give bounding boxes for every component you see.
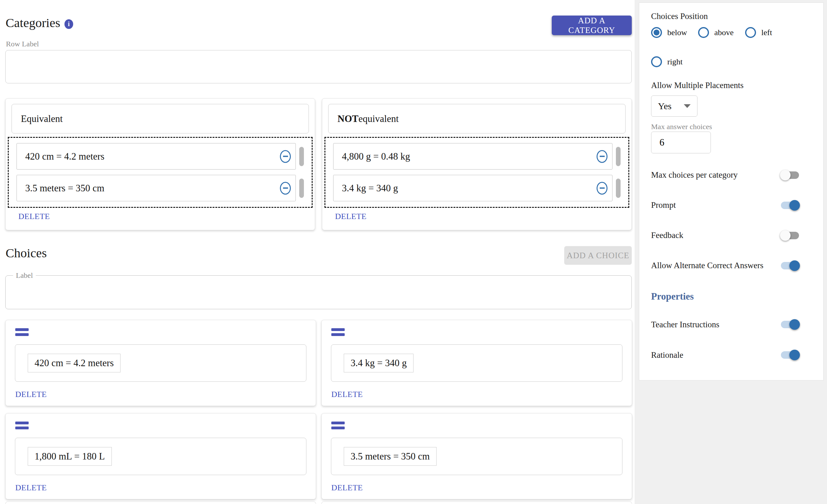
category-item-row: 420 cm = 4.2 meters xyxy=(16,143,304,170)
choice-delete-button[interactable]: DELETE xyxy=(331,483,363,493)
add-choice-button[interactable]: ADD A CHOICE xyxy=(564,246,632,265)
categories-heading: Categories xyxy=(6,16,60,30)
main-panel: Categories i ADD A CATEGORY Row Label Eq… xyxy=(0,0,635,504)
choice-input-area[interactable]: 3.4 kg = 340 g xyxy=(331,344,622,382)
toggle-row: Allow Alternate Correct Answers xyxy=(651,250,800,281)
choices-position-radio[interactable]: below xyxy=(651,27,698,38)
category-title-input[interactable]: Equivalent xyxy=(11,104,309,133)
toggle-thumb xyxy=(789,261,800,271)
choice-input-area[interactable]: 1,800 mL = 180 L xyxy=(15,438,306,475)
category-drop-area[interactable]: 420 cm = 4.2 meters 3.5 meters = 350 cm xyxy=(8,137,312,208)
choice-value[interactable]: 3.5 meters = 350 cm xyxy=(344,447,437,466)
radio-label: left xyxy=(761,28,772,37)
settings-sidebar: Choices Position below above left right … xyxy=(639,2,824,381)
choice-input-area[interactable]: 3.5 meters = 350 cm xyxy=(331,438,622,475)
toggle-switch[interactable] xyxy=(781,351,799,359)
radio-icon[interactable] xyxy=(745,27,756,38)
toggle-label: Prompt xyxy=(651,200,676,210)
toggle-label: Rationale xyxy=(651,350,683,360)
remove-item-icon[interactable] xyxy=(596,150,607,163)
info-icon[interactable]: i xyxy=(64,19,73,29)
choice-value[interactable]: 3.4 kg = 340 g xyxy=(344,354,414,373)
category-item[interactable]: 4,800 g = 0.48 kg xyxy=(333,143,613,170)
choice-card: 3.5 meters = 350 cm DELETE xyxy=(321,413,632,499)
toggle-row: Feedback xyxy=(651,220,800,250)
category-item[interactable]: 3.4 kg = 340 g xyxy=(333,175,613,201)
remove-item-icon[interactable] xyxy=(280,182,291,194)
item-scrollbar-thumb[interactable] xyxy=(616,147,621,166)
toggle-label: Max choices per category xyxy=(651,170,738,180)
allow-multiple-placements-value: Yes xyxy=(658,101,672,111)
chevron-down-icon xyxy=(684,104,691,108)
choice-cards: 420 cm = 4.2 meters DELETE 3.4 kg = 340 … xyxy=(5,320,632,499)
choice-delete-button[interactable]: DELETE xyxy=(15,390,47,399)
toggle-switch[interactable] xyxy=(781,321,799,328)
toggle-switch[interactable] xyxy=(781,202,799,209)
choice-label-input[interactable] xyxy=(6,280,613,301)
toggle-switch[interactable] xyxy=(781,171,799,179)
choice-label-field: Label xyxy=(5,271,632,309)
radio-label: right xyxy=(667,57,683,67)
item-scrollbar-thumb[interactable] xyxy=(299,147,304,166)
item-scrollbar-thumb[interactable] xyxy=(299,179,304,198)
choice-card: 1,800 mL = 180 L DELETE xyxy=(5,413,316,499)
choice-value[interactable]: 1,800 mL = 180 L xyxy=(28,447,112,466)
choices-position-radio-group: below above left xyxy=(651,27,772,38)
radio-label: below xyxy=(667,28,687,37)
category-title-bold: NOT xyxy=(338,113,358,124)
toggle-switch[interactable] xyxy=(781,232,799,239)
choice-delete-button[interactable]: DELETE xyxy=(331,390,363,399)
category-item-row: 3.4 kg = 340 g xyxy=(333,175,621,201)
category-item-text: 4,800 g = 0.48 kg xyxy=(342,151,410,162)
choices-position-radio[interactable]: right xyxy=(651,56,683,67)
remove-item-icon[interactable] xyxy=(596,182,607,194)
allow-multiple-placements-label: Allow Multiple Placements xyxy=(651,80,743,90)
choice-card: 420 cm = 4.2 meters DELETE xyxy=(5,320,316,406)
category-item-text: 3.4 kg = 340 g xyxy=(342,183,398,194)
radio-label: above xyxy=(714,28,734,37)
minus-bar xyxy=(600,156,605,157)
choice-card-partial xyxy=(321,502,632,504)
drag-handle-icon[interactable] xyxy=(331,328,345,336)
allow-multiple-placements-select[interactable]: Yes xyxy=(651,96,697,117)
drag-handle-icon[interactable] xyxy=(331,422,345,429)
category-item[interactable]: 3.5 meters = 350 cm xyxy=(16,175,296,201)
choices-position-label: Choices Position xyxy=(651,11,708,21)
choice-input-area[interactable]: 420 cm = 4.2 meters xyxy=(15,344,306,382)
choice-value[interactable]: 420 cm = 4.2 meters xyxy=(28,354,120,373)
toggle-label: Allow Alternate Correct Answers xyxy=(651,261,764,270)
category-item-text: 420 cm = 4.2 meters xyxy=(25,151,104,162)
choices-position-radio[interactable]: above xyxy=(698,27,745,38)
max-answer-choices-input[interactable] xyxy=(651,131,711,153)
radio-icon[interactable] xyxy=(651,56,662,67)
toggle-switch[interactable] xyxy=(781,262,799,269)
category-drop-area[interactable]: 4,800 g = 0.48 kg 3.4 kg = 340 g xyxy=(325,137,629,208)
minus-bar xyxy=(600,187,605,189)
category-item[interactable]: 420 cm = 4.2 meters xyxy=(16,143,296,170)
row-label-input[interactable] xyxy=(5,50,632,83)
choices-position-radio[interactable]: left xyxy=(745,27,772,38)
radio-icon[interactable] xyxy=(698,27,709,38)
radio-icon[interactable] xyxy=(651,27,662,38)
category-title-input[interactable]: NOT equivalent xyxy=(328,104,626,133)
category-title-text: Equivalent xyxy=(21,113,62,124)
category-delete-button[interactable]: DELETE xyxy=(18,212,50,221)
toggle-thumb xyxy=(780,230,790,241)
category-card: NOT equivalent 4,800 g = 0.48 kg 3.4 kg … xyxy=(322,98,632,230)
category-delete-button[interactable]: DELETE xyxy=(335,212,367,221)
drag-handle-icon[interactable] xyxy=(15,422,29,429)
row-label-caption: Row Label xyxy=(6,40,39,48)
choice-card: 3.4 kg = 340 g DELETE xyxy=(321,320,632,406)
toggle-thumb xyxy=(780,170,790,180)
next-row-cards xyxy=(5,502,632,504)
properties-toggles: Teacher Instructions Rationale xyxy=(651,309,800,370)
category-item-text: 3.5 meters = 350 cm xyxy=(25,183,104,194)
category-card: Equivalent 420 cm = 4.2 meters 3.5 meter… xyxy=(5,98,315,230)
remove-item-icon[interactable] xyxy=(280,150,291,163)
item-scrollbar-thumb[interactable] xyxy=(616,179,621,198)
category-item-row: 3.5 meters = 350 cm xyxy=(16,175,304,201)
choice-delete-button[interactable]: DELETE xyxy=(15,483,47,493)
drag-handle-icon[interactable] xyxy=(15,328,29,336)
toggle-label: Feedback xyxy=(651,230,683,240)
add-category-button[interactable]: ADD A CATEGORY xyxy=(552,15,632,35)
